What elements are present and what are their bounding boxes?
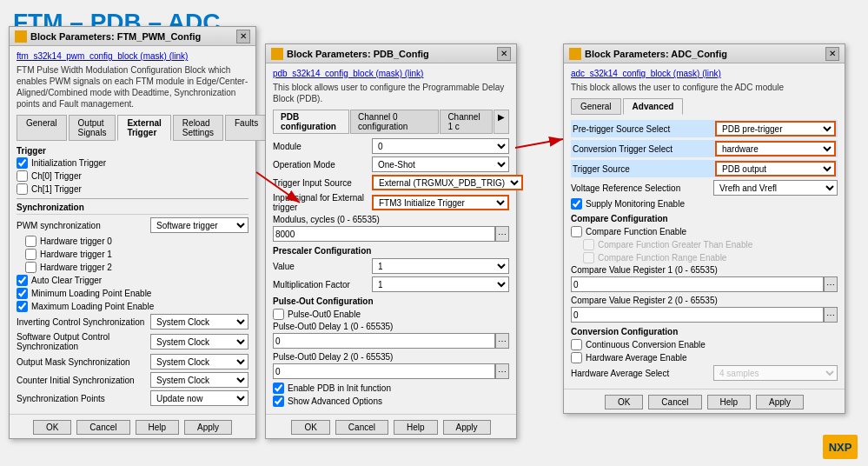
pdb-tab-ch1[interactable]: Channel 1 c [440, 110, 493, 134]
ftm-ok-button[interactable]: OK [33, 420, 71, 435]
ftm-tabs: General Output Signals External Trigger … [17, 115, 248, 141]
adc-triggersource-select[interactable]: PDB output [715, 161, 836, 176]
pdb-trigger-input-select[interactable]: External (TRGMUX_PDB_TRIG) [372, 175, 523, 190]
adc-help-button[interactable]: Help [707, 395, 752, 409]
pdb-module-select[interactable]: 0 [372, 138, 509, 154]
pdb-module-label: Module [273, 142, 368, 151]
pdb-apply-button[interactable]: Apply [443, 420, 491, 435]
pdb-input-signal-select[interactable]: FTM3 Initialize Trigger [372, 195, 509, 210]
adc-tabs: General Advanced [571, 98, 838, 115]
ftm-apply-button[interactable]: Apply [184, 420, 232, 435]
hw-trigger-0-label: Hardware trigger 0 [40, 236, 112, 246]
sw-out-ctrl-sync-label: Software Output Control Synchronization [17, 332, 147, 351]
sw-out-ctrl-sync-select[interactable]: System Clock [150, 334, 248, 350]
compare-reg2-row: ⋯ [571, 307, 838, 323]
ftm-tab-faults[interactable]: Faults [225, 115, 268, 141]
adc-subtitle[interactable]: adc_s32k14_config_block (mask) (link) [571, 69, 838, 78]
adc-dialog: Block Parameters: ADC_Config ✕ adc_s32k1… [563, 43, 845, 414]
pdb-delay2-dots-btn[interactable]: ⋯ [495, 363, 509, 379]
hw-avg-enable-checkbox[interactable] [571, 352, 582, 363]
min-loading-checkbox[interactable] [17, 288, 28, 299]
ch0-trigger-row: Ch[0] Trigger [17, 170, 248, 182]
counter-init-sync-row: Counter Initial Synchronization System C… [17, 372, 248, 388]
pdb-delay2-input[interactable] [273, 363, 495, 379]
pdb-scroll-right[interactable]: ▶ [494, 110, 509, 134]
pdb-modulus-input[interactable] [273, 226, 495, 242]
pdb-opmode-label: Operation Mode [273, 160, 368, 170]
compare-range-checkbox[interactable] [583, 252, 594, 263]
hw-trigger-1-checkbox[interactable] [25, 249, 36, 260]
pdb-opmode-select[interactable]: One-Shot [372, 156, 509, 172]
compare-reg2-dots-btn[interactable]: ⋯ [824, 307, 838, 323]
pdb-tab-ch0[interactable]: Channel 0 configuration [350, 110, 439, 134]
pdb-buttons: OK Cancel Help Apply [266, 414, 516, 438]
ch0-trigger-checkbox[interactable] [17, 170, 28, 182]
ftm-tab-general[interactable]: General [17, 115, 67, 141]
counter-init-sync-select[interactable]: System Clock [150, 372, 248, 388]
sync-points-select[interactable]: Update now [150, 390, 248, 406]
adc-tab-general[interactable]: General [571, 98, 621, 115]
adc-apply-button[interactable]: Apply [756, 395, 804, 409]
ch0-trigger-label: Ch[0] Trigger [31, 171, 82, 181]
sync-section-header: Synchronization [17, 203, 248, 215]
adc-close-button[interactable]: ✕ [825, 47, 839, 61]
compare-range-row: Compare Function Range Enable [571, 252, 838, 263]
adc-titlebar: Block Parameters: ADC_Config ✕ [564, 44, 845, 63]
max-loading-checkbox[interactable] [17, 301, 28, 312]
hw-trigger-2-checkbox[interactable] [25, 262, 36, 273]
adc-convtrigger-select[interactable]: hardware [715, 141, 836, 156]
pdb-delay2-label: Pulse-Out0 Delay 2 (0 - 65535) [273, 352, 509, 362]
pdb-help-button[interactable]: Help [394, 420, 438, 435]
pdb-multfactor-row: Multiplication Factor 1 [273, 276, 509, 292]
ch1-trigger-checkbox[interactable] [17, 183, 28, 195]
ftm-tab-external-trigger[interactable]: External Trigger [117, 115, 170, 141]
adc-voltref-select[interactable]: Vrefh and Vrefl [713, 180, 838, 196]
inv-ctrl-sync-select[interactable]: System Clock [150, 314, 248, 330]
pdb-opmode-row: Operation Mode One-Shot [273, 156, 509, 172]
adc-tab-advanced[interactable]: Advanced [623, 98, 684, 115]
adc-cancel-button[interactable]: Cancel [648, 395, 701, 409]
pdb-ok-button[interactable]: OK [291, 420, 329, 435]
show-advanced-row: Show Advanced Options [273, 396, 509, 407]
max-loading-label: Maximum Loading Point Enable [31, 302, 154, 311]
pdb-multfactor-select[interactable]: 1 [372, 276, 509, 292]
pdb-value-select[interactable]: 1 [372, 258, 509, 274]
compare-reg1-dots-btn[interactable]: ⋯ [824, 276, 838, 292]
pdb-delay1-dots-btn[interactable]: ⋯ [495, 333, 509, 349]
pdb-input-signal-row: Input signal for External trigger FTM3 I… [273, 193, 509, 212]
ftm-tab-reload[interactable]: Reload Settings [173, 115, 223, 141]
ftm-close-button[interactable]: ✕ [236, 30, 250, 43]
ftm-subtitle[interactable]: ftm_s32k14_pwm_config_block (mask) (link… [17, 51, 248, 61]
supply-monitor-checkbox[interactable] [571, 198, 582, 210]
pdb-close-button[interactable]: ✕ [497, 47, 511, 61]
compare-reg1-row: ⋯ [571, 276, 838, 292]
pdb-subtitle[interactable]: pdb_s32k14_config_block (mask) (link) [273, 69, 509, 78]
pdb-cancel-button[interactable]: Cancel [335, 420, 388, 435]
ftm-help-button[interactable]: Help [136, 420, 180, 435]
enable-pdb-init-row: Enable PDB in Init function [273, 383, 509, 394]
adc-pretrigger-select[interactable]: PDB pre-trigger [715, 121, 836, 136]
hw-trigger-0-checkbox[interactable] [25, 236, 36, 247]
compare-reg2-input[interactable] [571, 307, 824, 323]
pulse-out0-enable-checkbox[interactable] [273, 309, 284, 320]
out-mask-sync-select[interactable]: System Clock [150, 354, 248, 369]
show-advanced-checkbox[interactable] [273, 396, 284, 407]
pdb-modulus-dots-btn[interactable]: ⋯ [495, 226, 509, 242]
init-trigger-checkbox[interactable] [17, 157, 28, 169]
pdb-tab-config[interactable]: PDB configuration [273, 110, 349, 134]
ftm-tab-output-signals[interactable]: Output Signals [69, 115, 116, 141]
auto-clear-checkbox[interactable] [17, 275, 28, 286]
ftm-cancel-button[interactable]: Cancel [76, 420, 129, 435]
compare-func-enable-checkbox[interactable] [571, 226, 582, 237]
enable-pdb-init-checkbox[interactable] [273, 383, 284, 394]
supply-monitor-label: Supply Monitoring Enable [586, 199, 685, 209]
hw-avg-select-select[interactable]: 4 samples [713, 365, 838, 381]
pdb-delay1-input[interactable] [273, 333, 495, 349]
compare-reg1-label: Compare Value Register 1 (0 - 65535) [571, 265, 838, 275]
pwm-sync-select[interactable]: Software trigger [150, 217, 248, 233]
cont-conv-checkbox[interactable] [571, 339, 582, 350]
min-loading-row: Minimum Loading Point Enable [17, 288, 248, 299]
compare-reg1-input[interactable] [571, 276, 824, 292]
adc-ok-button[interactable]: OK [605, 395, 643, 409]
compare-greater-checkbox[interactable] [583, 239, 594, 250]
